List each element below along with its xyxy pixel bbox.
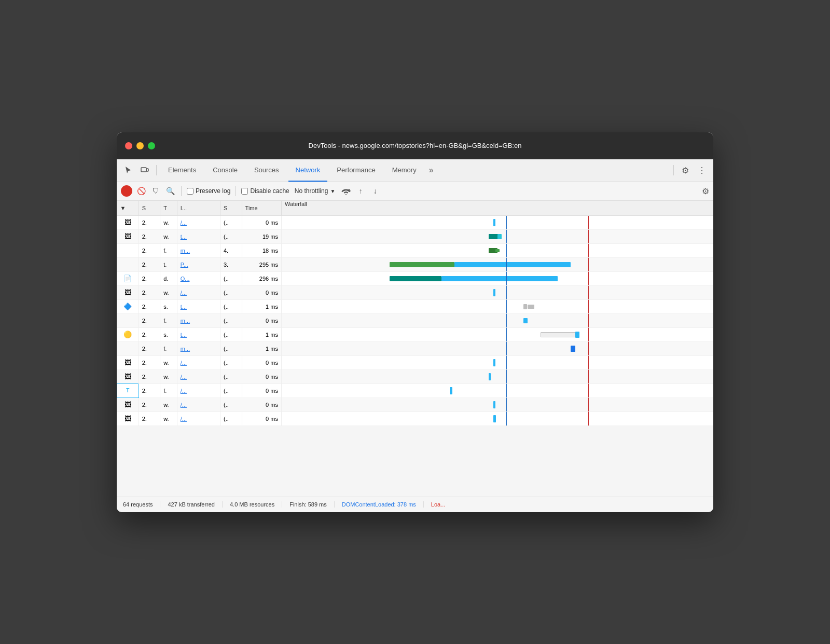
table-row[interactable]: 🖼2.w./...(..0 ms xyxy=(117,215,714,229)
row-size: (.. xyxy=(220,271,242,285)
fullscreen-button[interactable] xyxy=(148,142,155,149)
row-name: /... xyxy=(177,412,220,426)
table-row[interactable]: 2.f.m...(..0 ms xyxy=(117,313,714,327)
row-time: 0 ms xyxy=(242,215,281,229)
row-size: (.. xyxy=(220,398,242,412)
row-size: (.. xyxy=(220,229,242,243)
table-header-row: ▼ S T I... S Time Waterfall xyxy=(117,201,714,216)
table-row[interactable]: 🖼2.w./...(..0 ms xyxy=(117,355,714,369)
settings-icon[interactable]: ⚙ xyxy=(678,163,693,177)
row-status: 2. xyxy=(139,299,160,313)
download-icon[interactable]: ↓ xyxy=(369,185,381,197)
table-row[interactable]: 🖼2.w./...(..0 ms xyxy=(117,412,714,426)
disable-cache-checkbox[interactable] xyxy=(241,188,248,195)
row-size: 3. xyxy=(220,257,242,271)
table-row[interactable]: 2.t.P...3.295 ms xyxy=(117,257,714,271)
row-type: w. xyxy=(160,398,177,412)
table-row[interactable]: T2.f./...(..0 ms xyxy=(117,383,714,398)
record-button[interactable] xyxy=(121,185,132,197)
col-header-time[interactable]: Time xyxy=(242,201,281,216)
minimize-button[interactable] xyxy=(136,142,144,149)
table-row[interactable]: 🖼2.w.t...(..19 ms xyxy=(117,229,714,243)
row-status: 2. xyxy=(139,243,160,257)
row-time: 0 ms xyxy=(242,398,281,412)
col-header-waterfall[interactable]: Waterfall xyxy=(281,201,713,216)
row-icon xyxy=(117,313,139,327)
row-status: 2. xyxy=(139,229,160,243)
devtools-window: DevTools - news.google.com/topstories?hl… xyxy=(117,132,713,512)
titlebar: DevTools - news.google.com/topstories?hl… xyxy=(117,132,713,159)
tab-performance[interactable]: Performance xyxy=(329,159,382,182)
preserve-log-label[interactable]: Preserve log xyxy=(187,187,230,195)
row-type: f. xyxy=(160,313,177,327)
resources-size: 4.0 MB resources xyxy=(230,501,282,508)
row-status: 2. xyxy=(139,285,160,299)
col-header-type[interactable]: T xyxy=(160,201,177,216)
wifi-settings-icon[interactable] xyxy=(340,185,352,197)
close-button[interactable] xyxy=(125,142,132,149)
row-status: 2. xyxy=(139,369,160,383)
row-name: P... xyxy=(177,257,220,271)
table-row[interactable]: 🖼2.w./...(..0 ms xyxy=(117,398,714,412)
network-settings-icon[interactable]: ⚙ xyxy=(702,186,709,196)
row-status: 2. xyxy=(139,412,160,426)
row-status: 2. xyxy=(139,327,160,341)
row-status: 2. xyxy=(139,271,160,285)
tab-console[interactable]: Console xyxy=(205,159,245,182)
row-type: d. xyxy=(160,271,177,285)
col-header-status[interactable]: S xyxy=(139,201,160,216)
row-name: /... xyxy=(177,383,220,398)
col-header-initiator[interactable]: I... xyxy=(177,201,220,216)
preserve-log-checkbox[interactable] xyxy=(187,188,193,195)
table-row[interactable]: 2.f.m...4.18 ms xyxy=(117,243,714,257)
row-icon: 🖼 xyxy=(117,215,139,229)
tab-elements[interactable]: Elements xyxy=(161,159,203,182)
table-row[interactable]: 🖼2.w./...(..0 ms xyxy=(117,285,714,299)
more-options-icon[interactable]: ⋮ xyxy=(695,163,709,177)
row-name: t... xyxy=(177,229,220,243)
row-icon: 🖼 xyxy=(117,285,139,299)
disable-cache-label[interactable]: Disable cache xyxy=(241,187,289,195)
row-size: (.. xyxy=(220,412,242,426)
row-waterfall xyxy=(281,412,713,426)
row-time: 1 ms xyxy=(242,327,281,341)
row-name: t... xyxy=(177,327,220,341)
load-event: Loa... xyxy=(431,501,446,508)
row-status: 2. xyxy=(139,215,160,229)
row-name: /... xyxy=(177,355,220,369)
search-icon[interactable]: 🔍 xyxy=(164,185,176,197)
filter-icon[interactable]: ⛉ xyxy=(150,185,161,197)
table-row[interactable]: 🖼2.w./...(..0 ms xyxy=(117,369,714,383)
row-size: (.. xyxy=(220,369,242,383)
row-size: 4. xyxy=(220,243,242,257)
row-waterfall xyxy=(281,285,713,299)
throttle-dropdown[interactable]: No throttling ▼ xyxy=(293,186,338,196)
cursor-icon[interactable] xyxy=(121,163,135,177)
request-count: 64 requests xyxy=(123,501,160,508)
row-status: 2. xyxy=(139,398,160,412)
row-waterfall xyxy=(281,313,713,327)
device-icon[interactable] xyxy=(137,163,152,177)
tab-bar: Elements Console Sources Network Perform… xyxy=(117,159,713,182)
tab-sources[interactable]: Sources xyxy=(247,159,286,182)
row-name: t... xyxy=(177,299,220,313)
row-waterfall xyxy=(281,341,713,355)
col-header-icon[interactable]: ▼ xyxy=(117,201,139,216)
row-name: /... xyxy=(177,285,220,299)
traffic-lights xyxy=(125,142,155,149)
clear-icon[interactable]: 🚫 xyxy=(135,185,147,197)
row-time: 0 ms xyxy=(242,412,281,426)
tab-network[interactable]: Network xyxy=(288,159,328,182)
table-row[interactable]: 📄2.d.O...(..296 ms xyxy=(117,271,714,285)
table-row[interactable]: 🟡2.s.t...(..1 ms xyxy=(117,327,714,341)
table-row[interactable]: 2.f.m...(..1 ms xyxy=(117,341,714,355)
col-header-size[interactable]: S xyxy=(220,201,242,216)
tab-memory[interactable]: Memory xyxy=(385,159,424,182)
separator2 xyxy=(673,165,674,175)
table-row[interactable]: 🔷2.s.t...(..1 ms xyxy=(117,299,714,313)
row-size: (.. xyxy=(220,313,242,327)
more-tabs-button[interactable]: » xyxy=(426,166,437,175)
upload-icon[interactable]: ↑ xyxy=(355,185,366,197)
row-size: (.. xyxy=(220,355,242,369)
row-icon: 📄 xyxy=(117,271,139,285)
